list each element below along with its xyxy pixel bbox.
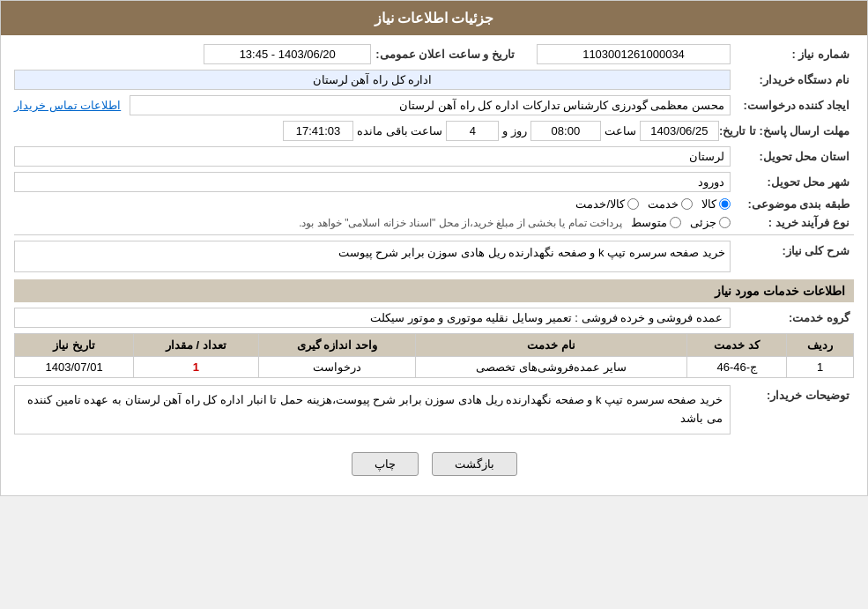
purchase-type-label: نوع فرآیند خرید : — [731, 216, 854, 229]
creator-row: ایجاد کننده درخواست: محسن معظمی گودرزی ک… — [14, 95, 854, 115]
province-row: استان محل تحویل: لرستان — [14, 146, 854, 167]
date-label: تاریخ و ساعت اعلان عمومی: — [371, 48, 519, 61]
general-desc-value: خرید صفحه سرسره تیپ k و صفحه نگهدارنده ر… — [14, 241, 731, 272]
date-value: 1403/06/20 - 13:45 — [204, 44, 371, 64]
category-radio-kala-input[interactable] — [719, 198, 731, 210]
need-number-label: شماره نیاز : — [731, 48, 854, 61]
category-kala-label: کالا — [701, 197, 716, 211]
purchase-type-radio-group: جزئی متوسط — [631, 216, 731, 229]
purchase-motavasset-label: متوسط — [631, 216, 667, 229]
category-radio-group: کالا خدمت کالا/خدمت — [575, 197, 731, 211]
creator-value: محسن معظمی گودرزی کارشناس تدارکات اداره … — [130, 95, 731, 115]
city-label: شهر محل تحویل: — [731, 175, 854, 189]
category-radio-khedmat-input[interactable] — [681, 198, 693, 210]
purchase-radio-jozii: جزئی — [690, 216, 731, 229]
deadline-days-label: روز و — [499, 124, 530, 137]
table-cell-quantity: 1 — [134, 357, 258, 378]
buyer-notes-value: خرید صفحه سرسره تیپ k و صفحه نگهدارنده ر… — [14, 385, 731, 434]
button-row: بازگشت چاپ — [14, 442, 854, 486]
table-header-date: تاریخ نیاز — [15, 334, 134, 357]
buyer-name-row: نام دستگاه خریدار: اداره کل راه آهن لرست… — [14, 70, 854, 90]
category-radio-khedmat: خدمت — [648, 197, 693, 211]
deadline-label: مهلت ارسال پاسخ: تا تاریخ: — [719, 124, 854, 137]
services-table: ردیف کد خدمت نام خدمت واحد اندازه گیری ت… — [14, 333, 854, 378]
category-radio-kala-khedmat-input[interactable] — [627, 198, 639, 210]
category-radio-kala: کالا — [701, 197, 731, 211]
purchase-note: پرداخت تمام یا بخشی از مبلغ خرید،از محل … — [14, 217, 631, 229]
back-button[interactable]: بازگشت — [432, 452, 517, 476]
purchase-radio-motavasset-input[interactable] — [670, 217, 681, 228]
general-desc-row: شرح کلی نیاز: خرید صفحه سرسره تیپ k و صف… — [14, 241, 854, 272]
table-header-row-num: ردیف — [787, 334, 854, 357]
deadline-row: مهلت ارسال پاسخ: تا تاریخ: 1403/06/25 سا… — [14, 121, 854, 141]
purchase-radio-motavasset: متوسط — [631, 216, 681, 229]
table-header-service-code: کد خدمت — [687, 334, 787, 357]
category-kala-khedmat-label: کالا/خدمت — [575, 197, 625, 211]
table-header-unit: واحد اندازه گیری — [258, 334, 415, 357]
service-group-value: عمده فروشی و خرده فروشی : تعمیر وسایل نق… — [14, 308, 731, 328]
table-header-service-name: نام خدمت — [415, 334, 686, 357]
table-cell-service_code: ج-46-46 — [687, 357, 787, 378]
table-cell-row_num: 1 — [787, 357, 854, 378]
category-radio-kala-khedmat: کالا/خدمت — [575, 197, 639, 211]
page-wrapper: جزئیات اطلاعات نیاز شماره نیاز : 1103001… — [0, 0, 868, 496]
deadline-date: 1403/06/25 — [640, 121, 719, 141]
category-khedmat-label: خدمت — [648, 197, 679, 211]
page-title: جزئیات اطلاعات نیاز — [375, 11, 494, 26]
table-cell-unit: درخواست — [258, 357, 415, 378]
deadline-days: 4 — [446, 121, 499, 141]
deadline-remaining-label: ساعت باقی مانده — [353, 124, 446, 137]
general-desc-label: شرح کلی نیاز: — [731, 241, 854, 257]
deadline-remaining: 17:41:03 — [283, 121, 353, 141]
services-header: اطلاعات خدمات مورد نیاز — [14, 279, 854, 302]
buyer-notes-section: توضیحات خریدار: خرید صفحه سرسره تیپ k و … — [14, 385, 854, 434]
page-header: جزئیات اطلاعات نیاز — [1, 1, 867, 35]
table-header-quantity: تعداد / مقدار — [134, 334, 258, 357]
need-number-value: 1103001261000034 — [537, 44, 731, 64]
buyer-notes-label: توضیحات خریدار: — [731, 385, 854, 402]
table-cell-date: 1403/07/01 — [15, 357, 134, 378]
need-number-row: شماره نیاز : 1103001261000034 تاریخ و سا… — [14, 44, 854, 64]
city-value: دورود — [14, 172, 731, 192]
purchase-type-row: نوع فرآیند خرید : جزئی متوسط پرداخت تمام… — [14, 216, 854, 229]
buyer-name-value: اداره کل راه آهن لرستان — [14, 70, 731, 90]
deadline-time: 08:00 — [530, 121, 601, 141]
category-label: طبقه بندی موضوعی: — [731, 197, 854, 211]
province-value: لرستان — [14, 146, 731, 167]
buyer-name-label: نام دستگاه خریدار: — [731, 73, 854, 86]
table-cell-service_name: سایر عمده‌فروشی‌های تخصصی — [415, 357, 686, 378]
contact-link[interactable]: اطلاعات تماس خریدار — [14, 99, 121, 112]
content-area: شماره نیاز : 1103001261000034 تاریخ و سا… — [1, 35, 867, 495]
province-label: استان محل تحویل: — [731, 150, 854, 163]
deadline-time-label: ساعت — [601, 124, 640, 137]
category-row: طبقه بندی موضوعی: کالا خدمت کالا/خدمت — [14, 197, 854, 211]
purchase-jozii-label: جزئی — [690, 216, 716, 229]
service-group-row: گروه خدمت: عمده فروشی و خرده فروشی : تعم… — [14, 308, 854, 328]
table-row: 1ج-46-46سایر عمده‌فروشی‌های تخصصیدرخواست… — [15, 357, 854, 378]
purchase-radio-jozii-input[interactable] — [719, 217, 731, 228]
city-row: شهر محل تحویل: دورود — [14, 172, 854, 192]
creator-label: ایجاد کننده درخواست: — [731, 99, 854, 112]
service-group-label: گروه خدمت: — [731, 311, 854, 324]
print-button[interactable]: چاپ — [352, 452, 419, 476]
